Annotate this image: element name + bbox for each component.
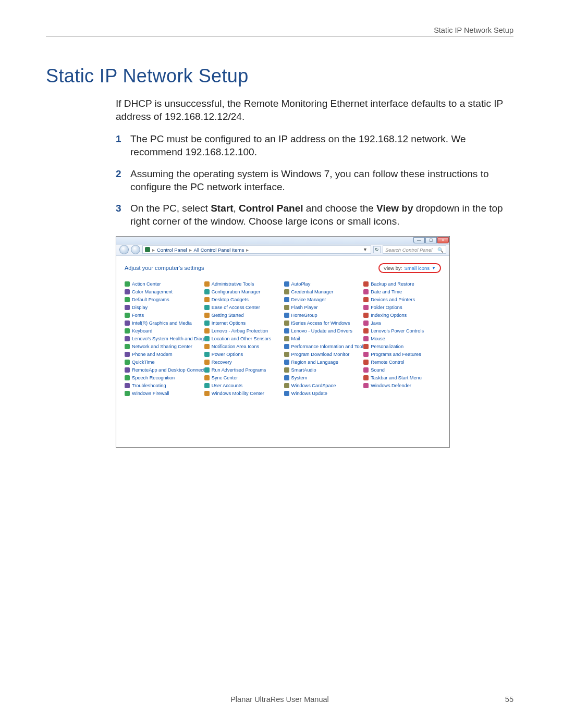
item-label: Taskbar and Start Menu (371, 375, 422, 380)
control-panel-item[interactable]: Color Management (125, 288, 204, 296)
search-input[interactable]: Search Control Panel 🔍 (383, 245, 446, 254)
control-panel-item[interactable]: Flash Player (284, 304, 364, 312)
item-icon (125, 383, 130, 388)
control-panel-item[interactable]: Windows CardSpace (284, 382, 364, 390)
control-panel-item[interactable]: iSeries Access for Windows (284, 319, 364, 327)
control-panel-item[interactable]: Windows Firewall (125, 390, 204, 398)
breadcrumb-segment[interactable]: All Control Panel Items (194, 247, 244, 253)
control-panel-item[interactable]: Recovery (204, 359, 284, 366)
control-panel-item[interactable]: Internet Options (204, 319, 284, 327)
item-icon (204, 289, 210, 294)
control-panel-item[interactable]: Action Center (125, 280, 204, 288)
item-label: Windows Firewall (132, 391, 169, 396)
control-panel-item[interactable]: Fonts (125, 312, 204, 319)
control-panel-item[interactable]: Lenovo - Update and Drivers (284, 327, 364, 335)
control-panel-item[interactable]: Program Download Monitor (284, 351, 364, 359)
control-panel-item[interactable]: Speech Recognition (125, 374, 204, 382)
item-label: Mouse (371, 336, 385, 341)
item-icon (204, 383, 210, 388)
control-panel-item[interactable]: Date and Time (363, 288, 443, 296)
control-panel-item[interactable]: Keyboard (125, 327, 204, 335)
minimize-button[interactable]: — (413, 237, 425, 243)
item-label: Run Advertised Programs (212, 367, 266, 373)
control-panel-item[interactable]: Personalization (363, 343, 443, 351)
control-panel-item[interactable]: Sound (363, 366, 443, 374)
control-panel-item[interactable]: Ease of Access Center (204, 304, 284, 312)
control-panel-item[interactable]: Network and Sharing Center (125, 343, 204, 351)
control-panel-item[interactable]: Mouse (363, 335, 443, 343)
breadcrumb-segment[interactable]: Control Panel (157, 247, 187, 253)
breadcrumb[interactable]: ▸ Control Panel ▸ All Control Panel Item… (142, 245, 371, 254)
item-icon (125, 352, 130, 357)
control-panel-item[interactable]: Backup and Restore (363, 280, 443, 288)
item-label: Mail (291, 336, 300, 341)
control-panel-item[interactable]: Devices and Printers (363, 296, 443, 304)
refresh-button[interactable]: ↻ (373, 246, 381, 253)
control-panel-item[interactable]: Notification Area Icons (204, 343, 284, 351)
control-panel-item[interactable]: SmartAudio (284, 366, 364, 374)
control-panel-item[interactable]: Getting Started (204, 312, 284, 319)
view-by-dropdown[interactable]: View by: Small icons ▼ (378, 263, 441, 273)
nav-back-button[interactable] (119, 245, 129, 254)
control-panel-item[interactable]: Location and Other Sensors (204, 335, 284, 343)
control-panel-item[interactable]: Lenovo - Airbag Protection (204, 327, 284, 335)
control-panel-item[interactable]: Configuration Manager (204, 288, 284, 296)
control-panel-item[interactable]: AutoPlay (284, 280, 364, 288)
nav-forward-button[interactable] (131, 245, 140, 254)
item-icon (125, 313, 130, 318)
control-panel-item[interactable]: Windows Update (284, 390, 364, 398)
control-panel-item[interactable]: User Accounts (204, 382, 284, 390)
control-panel-item[interactable]: Default Programs (125, 296, 204, 304)
control-panel-item[interactable]: Performance Information and Tools (284, 343, 364, 351)
control-panel-item[interactable]: Taskbar and Start Menu (363, 374, 443, 382)
item-icon (284, 375, 289, 380)
item-icon (363, 305, 369, 310)
item-icon (284, 328, 289, 334)
step-number: 3 (116, 202, 130, 228)
control-panel-item[interactable]: Sync Center (204, 374, 284, 382)
control-panel-item[interactable]: Mail (284, 335, 364, 343)
control-panel-item[interactable]: Run Advertised Programs (204, 366, 284, 374)
control-panel-item[interactable]: Display (125, 304, 204, 312)
control-panel-item[interactable]: Java (363, 319, 443, 327)
item-icon (284, 281, 289, 287)
control-panel-item[interactable]: Device Manager (284, 296, 364, 304)
item-icon (284, 367, 289, 373)
control-panel-item[interactable]: Remote Control (363, 359, 443, 366)
item-label: Lenovo's Power Controls (371, 328, 424, 334)
item-icon (363, 328, 369, 334)
item-icon (363, 360, 369, 365)
control-panel-item[interactable]: Lenovo's Power Controls (363, 327, 443, 335)
item-label: Backup and Restore (371, 281, 414, 287)
control-panel-item[interactable]: System (284, 374, 364, 382)
control-panel-item[interactable]: Power Options (204, 351, 284, 359)
control-panel-item[interactable]: Windows Mobility Center (204, 390, 284, 398)
close-button[interactable]: × (437, 237, 449, 243)
control-panel-item[interactable]: RemoteApp and Desktop Connections (125, 366, 204, 374)
control-panel-item[interactable]: QuickTime (125, 359, 204, 366)
control-panel-item[interactable]: Phone and Modem (125, 351, 204, 359)
item-label: Windows Update (291, 391, 327, 396)
control-panel-item[interactable]: Intel(R) Graphics and Media (125, 319, 204, 327)
control-panel-item[interactable]: Administrative Tools (204, 280, 284, 288)
control-panel-item[interactable]: Region and Language (284, 359, 364, 366)
control-panel-item[interactable]: Lenovo's System Health and Diagno... (125, 335, 204, 343)
item-icon (204, 297, 210, 302)
control-panel-item[interactable]: Programs and Features (363, 351, 443, 359)
item-icon (204, 352, 210, 357)
chevron-down-icon[interactable]: ▼ (363, 247, 368, 252)
item-icon (204, 375, 210, 380)
step-frag: On the PC, select (130, 203, 211, 214)
control-panel-item[interactable]: Windows Defender (363, 382, 443, 390)
control-panel-item[interactable]: Credential Manager (284, 288, 364, 296)
control-panel-item[interactable]: Troubleshooting (125, 382, 204, 390)
control-panel-item[interactable]: Indexing Options (363, 312, 443, 319)
item-label: Date and Time (371, 289, 402, 294)
control-panel-item[interactable]: Desktop Gadgets (204, 296, 284, 304)
step-text: Assuming the operating system is Windows… (130, 167, 513, 193)
control-panel-item[interactable]: HomeGroup (284, 312, 364, 319)
item-label: Programs and Features (371, 352, 421, 357)
maximize-button[interactable]: ▢ (425, 237, 437, 243)
control-panel-item[interactable]: Folder Options (363, 304, 443, 312)
item-label: Folder Options (371, 305, 402, 310)
